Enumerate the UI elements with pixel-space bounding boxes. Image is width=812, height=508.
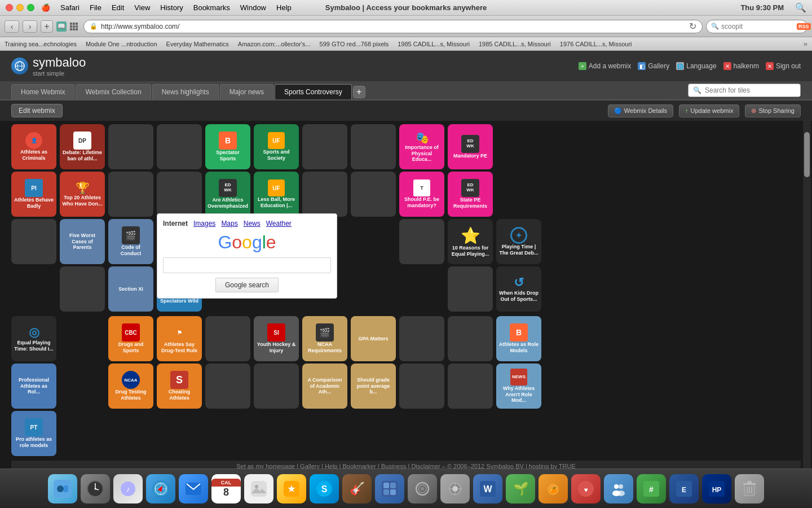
tile-section-xi[interactable]: Section XI — [108, 266, 153, 312]
language-action[interactable]: 🌐 Language — [676, 62, 716, 70]
tile-pro-athletes2[interactable]: PT Pro athletes as role models — [11, 411, 56, 456]
scrollbar-thumb[interactable] — [804, 132, 810, 177]
new-tab-button[interactable]: + — [41, 20, 53, 33]
tile-five-worst[interactable]: Five Worst Cases of Parents — [60, 219, 105, 264]
dock-numbers[interactable]: # — [637, 474, 666, 503]
tile-gpa-matters[interactable]: GPA Matters — [351, 316, 396, 361]
tile-why-athletes[interactable]: NEWS Why Athletes Aren't Role Mod... — [496, 364, 541, 409]
google-tab-images[interactable]: Images — [193, 220, 215, 227]
tile-empty-10[interactable] — [399, 219, 444, 264]
tile-athletes-behave[interactable]: PI Athletes Behave Badly — [11, 172, 56, 217]
refresh-icon[interactable]: ↻ — [689, 21, 696, 32]
tile-code-conduct[interactable]: 🎬 Code of Conduct — [108, 219, 153, 264]
tile-top20[interactable]: 🏆 Top 20 Athletes Who Have Don... — [60, 172, 105, 217]
tile-empty-11[interactable] — [60, 266, 105, 312]
add-webmix-action[interactable]: + Add a webmix — [579, 62, 631, 70]
tile-less-ball[interactable]: UF Less Ball, More Education |... — [254, 172, 299, 217]
dock-skype[interactable]: S — [310, 474, 339, 503]
update-webmix-button[interactable]: ↑ Update webmix — [679, 104, 739, 117]
tile-empty-3[interactable] — [302, 124, 347, 169]
tile-empty-15[interactable] — [448, 316, 493, 361]
url-bar[interactable]: 🔒 http://www.symbaloo.com/ ↻ — [83, 20, 703, 33]
tile-athletes-drug[interactable]: ⚑ Athletes Say Drug-Test Rule — [157, 316, 202, 361]
dock-timemachine[interactable] — [408, 474, 437, 503]
tile-spectator-sports[interactable]: B Spectator Sports — [205, 124, 250, 169]
tile-comparison-academic[interactable]: A Comparison of Academic Ath... — [302, 364, 347, 409]
tile-drug-testing[interactable]: NCAA Drug Testing Athletes — [108, 364, 153, 409]
bookmark-amazon[interactable]: Amazon.com:...ollector's... — [238, 41, 311, 47]
bookmark-cadill3[interactable]: 1976 CADILL...s, Missouri — [560, 41, 632, 47]
google-tab-maps[interactable]: Maps — [221, 220, 237, 227]
dock-calendar[interactable]: CAL 8 — [211, 474, 241, 503]
tile-empty-8[interactable] — [351, 172, 396, 217]
dock-epson[interactable]: E — [669, 474, 699, 503]
bookmark-gto[interactable]: 599 GTO red...768 pixels — [320, 41, 389, 47]
tile-empty-6[interactable] — [157, 172, 202, 217]
tile-empty-4[interactable] — [351, 124, 396, 169]
tile-cheating[interactable]: S Cheating Athletes — [157, 364, 202, 409]
tab-sports-controversy[interactable]: Sports Controversy — [275, 84, 352, 99]
tile-importance-physical[interactable]: 🎭 Importance of Physical Educa... — [399, 124, 444, 169]
dock-trash[interactable] — [735, 474, 764, 503]
tile-10-reasons[interactable]: ⭐ 10 Reasons for Equal Playing... — [448, 219, 493, 264]
signout-action[interactable]: ✕ Sign out — [766, 62, 801, 70]
google-tab-news[interactable]: News — [244, 220, 261, 227]
tile-drugs-sports[interactable]: CBC Drugs and Sports — [108, 316, 153, 361]
tile-should-pe[interactable]: T Should P.E. be mandatory? — [399, 172, 444, 217]
tile-youth-hockey[interactable]: SI Youth Hockey & Injury — [254, 316, 299, 361]
window-menu[interactable]: Window — [240, 3, 266, 12]
dock-mosaic[interactable] — [375, 474, 404, 503]
bookmark-module[interactable]: Module One ...ntroduction — [86, 41, 157, 47]
tab-home-webmix[interactable]: Home Webmix — [11, 84, 74, 99]
tile-are-athletics[interactable]: EDWK Are Athletics Overemphasized — [205, 172, 250, 217]
tile-athletes-role[interactable]: B Athletes as Role Models — [496, 316, 541, 361]
search-tiles-box[interactable]: 🔍 — [688, 84, 801, 97]
apple-menu[interactable]: 🍎 — [41, 3, 50, 12]
tile-ncaa-req[interactable]: 🎬 NCAA Requirements — [302, 316, 347, 361]
dock-people[interactable] — [604, 474, 633, 503]
dock-itunes[interactable]: ♪ — [113, 474, 143, 503]
tile-empty-19[interactable] — [448, 364, 493, 409]
safari-menu[interactable]: Safari — [60, 3, 80, 12]
dock-garageband[interactable]: 🎸 — [342, 474, 372, 503]
dock-red-app[interactable]: ♥ — [571, 474, 601, 503]
dock-reeder[interactable]: ★ — [277, 474, 306, 503]
bookmark-training[interactable]: Training sea...echnologies — [5, 41, 77, 47]
history-menu[interactable]: History — [160, 3, 183, 12]
bookmark-math[interactable]: Everyday Mathematics — [166, 41, 229, 47]
bookmarks-overflow[interactable]: » — [804, 40, 807, 48]
bookmarks-bar-toggle[interactable]: 📖 — [56, 21, 67, 32]
tile-empty-12[interactable] — [448, 266, 493, 312]
close-button[interactable] — [6, 4, 13, 11]
tile-empty-14[interactable] — [399, 316, 444, 361]
spotlight-icon[interactable]: 🔍 — [795, 2, 806, 13]
tab-major-news[interactable]: Major news — [220, 84, 273, 99]
dock-finder[interactable] — [48, 474, 77, 503]
google-search-input[interactable] — [163, 257, 331, 273]
dock-wordle[interactable]: W — [473, 474, 502, 503]
google-search-button[interactable]: Google search — [215, 278, 279, 292]
forward-button[interactable]: › — [23, 20, 37, 33]
dock-mail[interactable] — [179, 474, 208, 503]
dock-clock[interactable] — [81, 474, 110, 503]
tile-sports-society[interactable]: UF Sports and Society — [254, 124, 299, 169]
bookmarks-menu[interactable]: Bookmarks — [193, 3, 230, 12]
search-tiles-input[interactable] — [705, 86, 789, 94]
tile-empty-13[interactable] — [205, 316, 250, 361]
add-tab-button[interactable]: + — [353, 86, 365, 98]
tile-pro-athletes[interactable]: Professional Athletes as Rol... — [11, 364, 56, 409]
tile-mandatory-pe[interactable]: EDWK Mandatory PE — [448, 124, 493, 169]
tile-when-kids[interactable]: ↺ When Kids Drop Out of Sports... — [496, 266, 541, 312]
tile-empty-9[interactable] — [11, 219, 56, 264]
google-tab-internet[interactable]: Internet — [163, 220, 188, 227]
user-action[interactable]: ✕ halkenm — [723, 62, 759, 70]
gallery-action[interactable]: ◧ Gallery — [638, 62, 669, 70]
tile-athletes-criminals[interactable]: 👤 Athletes as Criminals — [11, 124, 56, 169]
maximize-button[interactable] — [27, 4, 34, 11]
edit-menu[interactable]: Edit — [112, 3, 124, 12]
tab-news-highlights[interactable]: News highlights — [152, 84, 219, 99]
tile-empty-18[interactable] — [399, 364, 444, 409]
dock-orange-app[interactable]: 🍊 — [539, 474, 568, 503]
tile-empty-17[interactable] — [254, 364, 299, 409]
dock-green-app[interactable]: 🌱 — [506, 474, 535, 503]
